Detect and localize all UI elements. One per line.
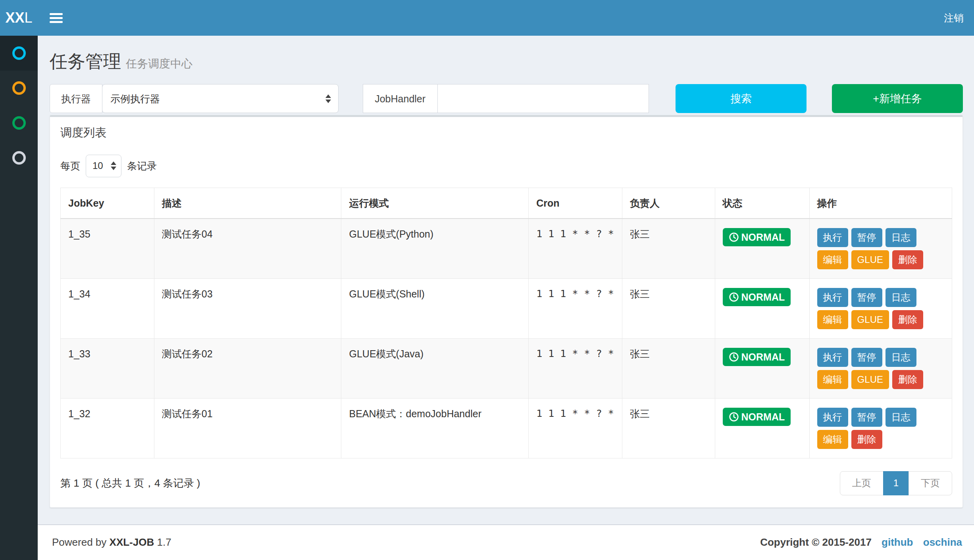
sidebar-item-item-3[interactable] (0, 105, 38, 140)
page-size-label-after: 条记录 (127, 160, 157, 172)
search-button[interactable]: 搜索 (676, 84, 807, 113)
sidebar-toggle-button[interactable] (38, 0, 75, 36)
page-title: 任务管理 (50, 51, 121, 71)
cell-cron: 1 1 1 * * ? * (529, 278, 622, 338)
log-button[interactable]: 日志 (885, 408, 916, 427)
logo-text-light: L (25, 9, 33, 26)
action-button-line: 执行暂停日志 (817, 408, 944, 427)
next-page-button[interactable]: 下页 (909, 471, 952, 495)
cell-owner: 张三 (622, 219, 715, 279)
clock-icon (729, 352, 739, 362)
cell-jobkey: 1_34 (61, 278, 154, 338)
pagination-row: 第 1 页 ( 总共 1 页，4 条记录 ) 上页 1 下页 (60, 471, 952, 495)
edit-button[interactable]: 编辑 (817, 430, 848, 449)
pause-button[interactable]: 暂停 (851, 348, 882, 367)
execute-button[interactable]: 执行 (817, 288, 848, 307)
cell-mode: BEAN模式：demoJobHandler (341, 398, 529, 458)
cell-mode: GLUE模式(Shell) (341, 278, 529, 338)
pause-button[interactable]: 暂停 (851, 288, 882, 307)
navbar-right: 注销 (38, 0, 974, 36)
column-header: 操作 (809, 188, 952, 219)
column-header: Cron (529, 188, 622, 219)
page-1-button[interactable]: 1 (883, 471, 909, 495)
table-header-row: JobKey描述运行模式Cron负责人状态操作 (61, 188, 952, 219)
edit-button[interactable]: 编辑 (817, 370, 848, 389)
oschina-link[interactable]: oschina (923, 536, 962, 548)
github-link[interactable]: github (882, 536, 913, 548)
page-size-label-before: 每页 (60, 160, 80, 172)
cell-jobkey: 1_35 (61, 219, 154, 279)
page-header: 任务管理任务调度中心 (50, 51, 963, 72)
execute-button[interactable]: 执行 (817, 408, 848, 427)
executor-label: 执行器 (50, 84, 102, 113)
circle-icon (12, 46, 26, 60)
glue-button[interactable]: GLUE (851, 370, 889, 389)
cell-status: NORMAL (715, 219, 809, 279)
cell-status: NORMAL (715, 338, 809, 398)
action-button-line: 执行暂停日志 (817, 288, 944, 307)
column-header: 状态 (715, 188, 809, 219)
glue-button[interactable]: GLUE (851, 310, 889, 329)
logout-link[interactable]: 注销 (944, 12, 964, 24)
execute-button[interactable]: 执行 (817, 228, 848, 247)
delete-button[interactable]: 删除 (892, 250, 923, 269)
delete-button[interactable]: 删除 (892, 370, 923, 389)
pause-button[interactable]: 暂停 (851, 408, 882, 427)
circle-icon (12, 116, 26, 130)
log-button[interactable]: 日志 (885, 288, 916, 307)
cell-desc: 测试任务02 (154, 338, 341, 398)
table-row: 1_35测试任务04GLUE模式(Python)1 1 1 * * ? *张三N… (61, 219, 952, 279)
sidebar-item-task-manage[interactable] (0, 36, 38, 71)
delete-button[interactable]: 删除 (851, 430, 882, 449)
log-button[interactable]: 日志 (885, 348, 916, 367)
main-area: 任务管理任务调度中心 执行器 示例执行器 JobHandler 搜索 +新增任务 (38, 36, 974, 560)
cell-actions: 执行暂停日志编辑GLUE删除 (809, 219, 952, 279)
page-wrapper: 任务管理任务调度中心 执行器 示例执行器 JobHandler 搜索 +新增任务 (0, 36, 974, 560)
action-button-line: 编辑GLUE删除 (817, 310, 944, 329)
prev-page-button[interactable]: 上页 (840, 471, 884, 495)
content-area: 任务管理任务调度中心 执行器 示例执行器 JobHandler 搜索 +新增任务 (38, 36, 974, 524)
cell-jobkey: 1_33 (61, 338, 154, 398)
jobhandler-filter-group: JobHandler (363, 84, 649, 113)
table-row: 1_34测试任务03GLUE模式(Shell)1 1 1 * * ? *张三NO… (61, 278, 952, 338)
page-size-select[interactable]: 10 (86, 155, 121, 177)
table-row: 1_33测试任务02GLUE模式(Java)1 1 1 * * ? *张三NOR… (61, 338, 952, 398)
column-header: 描述 (154, 188, 341, 219)
cell-cron: 1 1 1 * * ? * (529, 338, 622, 398)
cell-status: NORMAL (715, 278, 809, 338)
action-button-line: 执行暂停日志 (817, 228, 944, 247)
delete-button[interactable]: 删除 (892, 310, 923, 329)
edit-button[interactable]: 编辑 (817, 310, 848, 329)
cell-owner: 张三 (622, 338, 715, 398)
cell-owner: 张三 (622, 398, 715, 458)
edit-button[interactable]: 编辑 (817, 250, 848, 269)
job-table: JobKey描述运行模式Cron负责人状态操作 1_35测试任务04GLUE模式… (60, 188, 952, 458)
page-size-control: 每页 10 条记录 (60, 155, 952, 177)
log-button[interactable]: 日志 (885, 228, 916, 247)
column-header: 负责人 (622, 188, 715, 219)
jobhandler-label: JobHandler (363, 84, 438, 113)
executor-select[interactable]: 示例执行器 (102, 84, 339, 113)
copyright-text: Copyright © 2015-2017 (760, 536, 872, 548)
filter-row: 执行器 示例执行器 JobHandler 搜索 +新增任务 (50, 84, 963, 113)
cell-actions: 执行暂停日志编辑GLUE删除 (809, 278, 952, 338)
cell-desc: 测试任务01 (154, 398, 341, 458)
jobhandler-input[interactable] (438, 84, 649, 113)
panel-title: 调度列表 (60, 126, 952, 140)
glue-button[interactable]: GLUE (851, 250, 889, 269)
action-button-line: 执行暂停日志 (817, 348, 944, 367)
executor-selected-value: 示例执行器 (110, 93, 160, 105)
sidebar-item-item-2[interactable] (0, 71, 38, 105)
cell-desc: 测试任务03 (154, 278, 341, 338)
sidebar-item-item-4[interactable] (0, 140, 38, 175)
circle-icon (12, 151, 26, 165)
pagination-info: 第 1 页 ( 总共 1 页，4 条记录 ) (60, 477, 200, 489)
add-job-button[interactable]: +新增任务 (832, 84, 963, 113)
cell-cron: 1 1 1 * * ? * (529, 398, 622, 458)
sidebar-menu (0, 36, 38, 560)
cell-jobkey: 1_32 (61, 398, 154, 458)
execute-button[interactable]: 执行 (817, 348, 848, 367)
pause-button[interactable]: 暂停 (851, 228, 882, 247)
app-logo[interactable]: XXL (0, 0, 38, 36)
cell-actions: 执行暂停日志编辑GLUE删除 (809, 338, 952, 398)
